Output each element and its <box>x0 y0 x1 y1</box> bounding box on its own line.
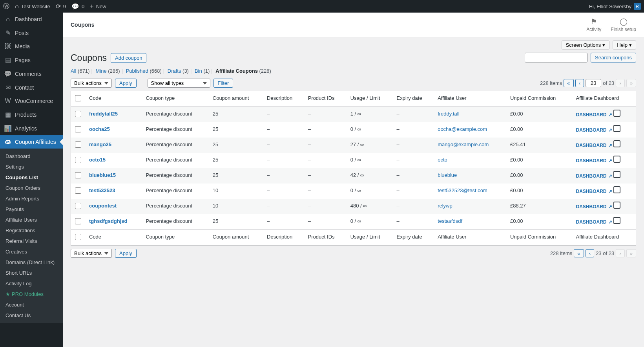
screen-options-button[interactable]: Screen Options ▾ <box>562 40 610 50</box>
coupon-code-link[interactable]: blueblue15 <box>89 172 116 178</box>
filter-button[interactable]: Filter <box>213 79 234 88</box>
submenu-item-contact-us[interactable]: Contact Us <box>0 310 63 321</box>
coupon-code-link[interactable]: mango25 <box>89 141 111 147</box>
dashboard-link[interactable]: DASHBOARD <box>576 173 612 179</box>
submenu-item-coupons-list[interactable]: Coupons List <box>0 172 63 183</box>
prev-page-button[interactable]: ‹ <box>575 79 584 87</box>
new-link[interactable]: +New <box>90 3 106 10</box>
col-description[interactable]: Description <box>263 91 304 107</box>
submenu-item-coupon-orders[interactable]: Coupon Orders <box>0 183 63 193</box>
coupon-code-link[interactable]: freddytall25 <box>89 111 118 117</box>
affiliate-user-link[interactable]: octo <box>438 157 447 163</box>
submenu-item-affiliate-users[interactable]: Affiliate Users <box>0 215 63 225</box>
prev-page-button-bottom[interactable]: ‹ <box>586 249 594 257</box>
last-page-button[interactable]: » <box>626 79 636 87</box>
filter-bin[interactable]: Bin <box>195 68 202 74</box>
first-page-button[interactable]: « <box>564 79 573 87</box>
col-dashboard[interactable]: Affiliate Dashboard <box>572 91 636 107</box>
sidebar-item-contact[interactable]: ✉Contact <box>0 81 63 94</box>
affiliate-user-link[interactable]: blueblue <box>438 172 457 178</box>
search-input[interactable] <box>525 53 587 62</box>
copy-icon[interactable] <box>615 218 620 224</box>
coupon-code-link[interactable]: test532523 <box>89 187 115 193</box>
row-checkbox[interactable] <box>75 218 81 224</box>
row-checkbox[interactable] <box>75 157 81 163</box>
copy-icon[interactable] <box>615 172 620 178</box>
affiliate-user-link[interactable]: oocha@example.com <box>438 126 487 132</box>
apply-bulk-button-bottom[interactable]: Apply <box>115 249 137 258</box>
coupon-code-link[interactable]: octo15 <box>89 157 106 163</box>
submenu-item-registrations[interactable]: Registrations <box>0 225 63 236</box>
sidebar-item-pages[interactable]: ▤Pages <box>0 53 63 67</box>
sidebar-item-analytics[interactable]: 📊Analytics <box>0 121 63 135</box>
wp-logo[interactable]: ⓦ <box>3 2 9 11</box>
dashboard-link[interactable]: DASHBOARD <box>576 158 612 163</box>
next-page-button[interactable]: › <box>616 79 624 87</box>
submenu-item-payouts[interactable]: Payouts <box>0 204 63 215</box>
col-amount[interactable]: Coupon amount <box>209 91 263 107</box>
copy-icon[interactable] <box>615 126 620 132</box>
next-page-button-bottom[interactable]: › <box>616 249 624 257</box>
submenu-item-activity-log[interactable]: Activity Log <box>0 278 63 289</box>
submenu-item-dashboard[interactable]: Dashboard <box>0 151 63 162</box>
search-button[interactable]: Search coupons <box>591 53 636 62</box>
sidebar-item-posts[interactable]: ✎Posts <box>0 26 63 40</box>
add-coupon-button[interactable]: Add coupon <box>111 53 146 63</box>
submenu-item-creatives[interactable]: Creatives <box>0 246 63 257</box>
row-checkbox[interactable] <box>75 203 81 209</box>
dashboard-link[interactable]: DASHBOARD <box>576 143 612 148</box>
last-page-button-bottom[interactable]: » <box>626 249 636 257</box>
col-type[interactable]: Coupon type <box>142 91 208 107</box>
submenu-item-short-urls[interactable]: Short URLs <box>0 268 63 278</box>
dashboard-link[interactable]: DASHBOARD <box>576 127 612 133</box>
copy-icon[interactable] <box>615 187 620 193</box>
bulk-actions-select-bottom[interactable]: Bulk actions <box>71 249 112 258</box>
updates-link[interactable]: ⟳9 <box>56 3 66 10</box>
type-filter-select[interactable]: Show all types <box>148 79 210 88</box>
bulk-actions-select[interactable]: Bulk actions <box>71 79 112 88</box>
dashboard-link[interactable]: DASHBOARD <box>576 112 612 118</box>
finish-setup-button[interactable]: ◯Finish setup <box>611 17 636 32</box>
copy-icon[interactable] <box>615 141 620 147</box>
copy-icon[interactable] <box>615 203 620 208</box>
submenu-item-domains-direct-link-[interactable]: Domains (Direct Link) <box>0 257 63 268</box>
sidebar-item-dashboard[interactable]: ⌂Dashboard <box>0 13 63 26</box>
affiliate-user-link[interactable]: freddy.tall <box>438 111 459 117</box>
submenu-item-settings[interactable]: Settings <box>0 162 63 172</box>
filter-drafts[interactable]: Drafts <box>168 68 181 74</box>
dashboard-link[interactable]: DASHBOARD <box>576 189 612 194</box>
coupon-code-link[interactable]: tghsdfgsdghjsd <box>89 218 128 224</box>
dashboard-link[interactable]: DASHBOARD <box>576 204 612 209</box>
apply-bulk-button[interactable]: Apply <box>115 79 137 88</box>
row-checkbox[interactable] <box>75 172 81 178</box>
coupon-code-link[interactable]: coupontest <box>89 203 117 209</box>
row-checkbox[interactable] <box>75 111 81 117</box>
activity-button[interactable]: ⚑Activity <box>586 17 601 32</box>
select-all-checkbox[interactable] <box>75 95 81 101</box>
sidebar-item-media[interactable]: 🖼Media <box>0 40 63 53</box>
sidebar-item-woocommerce[interactable]: WWooCommerce <box>0 94 63 108</box>
sidebar-item-coupon-affiliates[interactable]: 🎟Coupon Affiliates <box>0 135 63 149</box>
affiliate-user-link[interactable]: test532523@test.com <box>438 187 487 193</box>
row-checkbox[interactable] <box>75 187 81 194</box>
coupon-code-link[interactable]: oocha25 <box>89 126 110 132</box>
page-input[interactable] <box>586 79 601 87</box>
copy-icon[interactable] <box>615 157 620 162</box>
site-link[interactable]: ⌂Test Website <box>15 3 50 10</box>
row-checkbox[interactable] <box>75 141 81 148</box>
affiliate-user-link[interactable]: mango@example.com <box>438 141 489 147</box>
col-usage[interactable]: Usage / Limit <box>347 91 393 107</box>
help-button[interactable]: Help ▾ <box>613 40 636 50</box>
col-affiliate[interactable]: Affiliate User <box>434 91 506 107</box>
affiliate-user-link[interactable]: relywp <box>438 203 452 209</box>
first-page-button-bottom[interactable]: « <box>574 249 584 257</box>
sidebar-item-products[interactable]: ▦Products <box>0 108 63 121</box>
submenu-item-account[interactable]: Account <box>0 299 63 310</box>
filter-mine[interactable]: Mine <box>95 68 106 74</box>
dashboard-link[interactable]: DASHBOARD <box>576 219 612 225</box>
comments-link[interactable]: 💬0 <box>71 3 84 10</box>
col-code[interactable]: Code <box>85 91 142 107</box>
row-checkbox[interactable] <box>75 126 81 132</box>
col-products[interactable]: Product IDs <box>304 91 347 107</box>
submenu-item-pro-modules[interactable]: PRO Modules <box>0 289 63 299</box>
